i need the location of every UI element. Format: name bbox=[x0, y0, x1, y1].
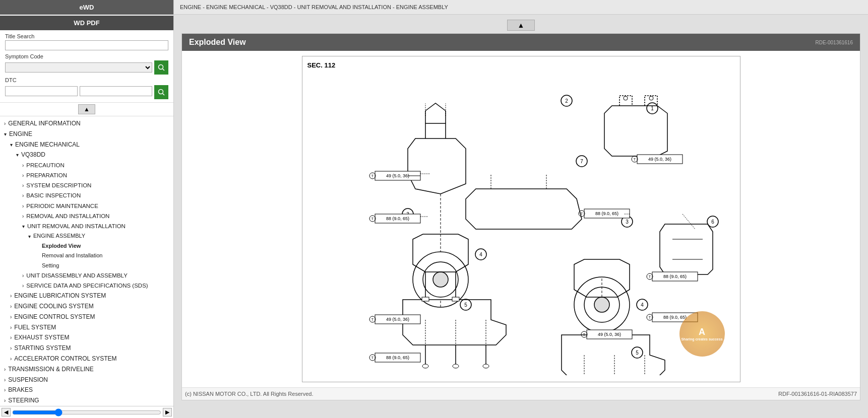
tree-label-precaution: PRECAUTION bbox=[26, 161, 169, 169]
footer-note: (c) NISSAN MOTOR CO., LTD. All Rights Re… bbox=[182, 387, 860, 400]
svg-line-1 bbox=[163, 69, 165, 71]
tree-arrow-basic-inspection: › bbox=[22, 192, 24, 199]
tree-arrow-accelerator-control: › bbox=[10, 356, 12, 363]
svg-point-52 bbox=[422, 364, 428, 368]
sidebar-item-removal-installation[interactable]: ›REMOVAL AND INSTALLATION bbox=[0, 211, 173, 221]
collapse-row: ▲ bbox=[0, 103, 173, 116]
title-search-input[interactable] bbox=[5, 40, 168, 50]
exploded-view-section: Exploded View RDE-001361616 SEC. 112 1 bbox=[181, 33, 860, 400]
svg-text:49 (5.0, 36): 49 (5.0, 36) bbox=[386, 173, 409, 178]
sidebar-item-removal-installation-sub[interactable]: Removal and Installation bbox=[0, 251, 173, 260]
scroll-up-button[interactable]: ▲ bbox=[507, 20, 535, 31]
tree-label-setting: Setting bbox=[42, 262, 169, 269]
sidebar: eWD WD PDF Title Search Symptom Code DTC bbox=[0, 0, 174, 418]
sidebar-item-engine-mechanical[interactable]: ▾ENGINE MECHANICAL bbox=[0, 140, 173, 150]
svg-text:49 (5.0, 36): 49 (5.0, 36) bbox=[597, 332, 621, 337]
svg-point-2 bbox=[159, 90, 163, 94]
sidebar-item-precaution[interactable]: ›PRECAUTION bbox=[0, 160, 173, 170]
tree-arrow-preparation: › bbox=[22, 172, 24, 179]
sidebar-item-fuel-system[interactable]: ›FUEL SYSTEM bbox=[0, 322, 173, 333]
sidebar-item-periodic-maintenance[interactable]: ›PERIODIC MAINTENANCE bbox=[0, 201, 173, 211]
tree-arrow-steering: › bbox=[4, 397, 6, 404]
tree-arrow-removal-installation: › bbox=[22, 213, 24, 220]
sidebar-item-system-description[interactable]: ›SYSTEM DESCRIPTION bbox=[0, 180, 173, 190]
breadcrumb: ENGINE - ENGINE MECHANICAL - VQ38DD - UN… bbox=[174, 0, 868, 15]
symptom-code-label: Symptom Code bbox=[5, 53, 168, 59]
svg-text:T: T bbox=[633, 158, 636, 161]
nav-scrollbar[interactable] bbox=[12, 408, 161, 416]
tree-label-engine-control: ENGINE CONTROL SYSTEM bbox=[14, 313, 169, 321]
sidebar-item-brakes[interactable]: ›BRAKES bbox=[0, 385, 173, 395]
sidebar-item-steering[interactable]: ›STEERING bbox=[0, 395, 173, 406]
collapse-button[interactable]: ▲ bbox=[78, 104, 95, 114]
dtc-search-button[interactable] bbox=[154, 85, 168, 99]
sidebar-item-transmission-driveline[interactable]: ›TRANSMISSION & DRIVELINE bbox=[0, 364, 173, 375]
tree-arrow-precaution: › bbox=[22, 162, 24, 169]
sidebar-item-unit-removal-installation[interactable]: ▾UNIT REMOVAL AND INSTALLATION bbox=[0, 221, 173, 231]
sidebar-item-exploded-view[interactable]: Exploded View bbox=[0, 241, 173, 251]
svg-text:88 (9.0, 65): 88 (9.0, 65) bbox=[386, 355, 409, 360]
nav-right-button[interactable]: ▶ bbox=[163, 408, 172, 416]
ewd-button[interactable]: eWD bbox=[0, 0, 173, 15]
sidebar-item-service-data[interactable]: ›SERVICE DATA AND SPECIFICATIONS (SDS) bbox=[0, 281, 173, 291]
sidebar-item-suspension[interactable]: ›SUSPENSION bbox=[0, 375, 173, 385]
svg-text:5: 5 bbox=[464, 302, 467, 308]
svg-point-34 bbox=[594, 297, 609, 312]
tree-label-unit-disassembly: UNIT DISASSEMBLY AND ASSEMBLY bbox=[26, 271, 169, 280]
tree-arrow-fuel-system: › bbox=[10, 324, 12, 331]
search-form: Title Search Symptom Code DTC bbox=[0, 30, 173, 103]
svg-point-31 bbox=[433, 272, 448, 287]
sidebar-item-unit-disassembly[interactable]: ›UNIT DISASSEMBLY AND ASSEMBLY bbox=[0, 270, 173, 281]
sidebar-item-basic-inspection[interactable]: ›BASIC INSPECTION bbox=[0, 190, 173, 200]
diagram-container: SEC. 112 1 2 3 bbox=[182, 51, 860, 387]
svg-rect-48 bbox=[452, 297, 459, 301]
ref-code: RDE-001361616 bbox=[816, 40, 853, 45]
tree-label-exhaust-system: EXHAUST SYSTEM bbox=[14, 333, 169, 342]
sidebar-item-engine[interactable]: ▾ENGINE bbox=[0, 129, 173, 140]
sidebar-item-engine-lubrication[interactable]: ›ENGINE LUBRICATION SYSTEM bbox=[0, 291, 173, 301]
navigation-tree: ›GENERAL INFORMATION▾ENGINE▾ENGINE MECHA… bbox=[0, 116, 173, 406]
sidebar-item-engine-assembly[interactable]: ▾ENGINE ASSEMBLY bbox=[0, 231, 173, 241]
title-search-label: Title Search bbox=[5, 33, 168, 39]
sidebar-item-exhaust-system[interactable]: ›EXHAUST SYSTEM bbox=[0, 332, 173, 343]
sidebar-item-general-info[interactable]: ›GENERAL INFORMATION bbox=[0, 118, 173, 129]
tree-label-removal-installation: REMOVAL AND INSTALLATION bbox=[26, 212, 169, 220]
main-content: ENGINE - ENGINE MECHANICAL - VQ38DD - UN… bbox=[174, 0, 868, 418]
sidebar-item-engine-cooling[interactable]: ›ENGINE COOLING SYSTEM bbox=[0, 301, 173, 312]
watermark-circle: A Sharing creates success bbox=[679, 311, 725, 357]
tree-label-general-info: GENERAL INFORMATION bbox=[8, 119, 169, 128]
wd-pdf-button[interactable]: WD PDF bbox=[0, 16, 173, 30]
nav-left-button[interactable]: ◀ bbox=[2, 408, 11, 416]
svg-text:4: 4 bbox=[641, 302, 644, 308]
sidebar-item-accelerator-control[interactable]: ›ACCELERATOR CONTROL SYSTEM bbox=[0, 354, 173, 364]
search-icon-dtc bbox=[158, 89, 165, 96]
section-header: Exploded View RDE-001361616 bbox=[182, 34, 860, 51]
tree-arrow-engine-lubrication: › bbox=[10, 293, 12, 300]
sidebar-item-starting-system[interactable]: ›STARTING SYSTEM bbox=[0, 343, 173, 354]
sidebar-item-preparation[interactable]: ›PREPARATION bbox=[0, 170, 173, 180]
tree-arrow-transmission-driveline: › bbox=[4, 366, 6, 373]
svg-text:3: 3 bbox=[626, 219, 629, 225]
svg-text:88 (9.0, 65): 88 (9.0, 65) bbox=[663, 274, 686, 279]
tree-label-brakes: BRAKES bbox=[8, 386, 169, 394]
svg-point-0 bbox=[159, 65, 163, 69]
svg-point-54 bbox=[483, 364, 489, 368]
nav-scrollbar-area: ◀ ▶ bbox=[0, 406, 173, 418]
tree-label-periodic-maintenance: PERIODIC MAINTENANCE bbox=[26, 202, 169, 210]
symptom-search-button[interactable] bbox=[154, 60, 168, 75]
dtc-input-1[interactable] bbox=[5, 86, 78, 96]
tree-arrow-brakes: › bbox=[4, 387, 6, 394]
sidebar-item-setting[interactable]: Setting bbox=[0, 261, 173, 270]
symptom-code-select[interactable] bbox=[5, 62, 152, 73]
sidebar-item-engine-control[interactable]: ›ENGINE CONTROL SYSTEM bbox=[0, 312, 173, 322]
sidebar-item-vq38dd[interactable]: ▾VQ38DD bbox=[0, 150, 173, 160]
svg-line-3 bbox=[163, 94, 165, 96]
section-title: Exploded View bbox=[189, 38, 246, 47]
tree-arrow-unit-removal-installation: ▾ bbox=[22, 223, 25, 230]
tree-label-exploded-view: Exploded View bbox=[42, 242, 169, 250]
dtc-input-2[interactable] bbox=[80, 86, 152, 96]
watermark: A Sharing creates success bbox=[679, 311, 725, 357]
tree-label-fuel-system: FUEL SYSTEM bbox=[14, 323, 169, 332]
tree-arrow-suspension: › bbox=[4, 377, 6, 384]
svg-point-53 bbox=[453, 364, 459, 368]
